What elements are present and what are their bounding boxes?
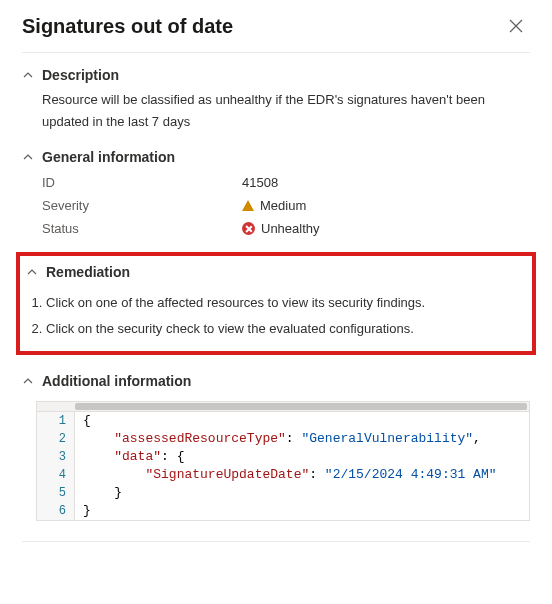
kv-row-id: ID 41508 (42, 171, 530, 194)
kv-row-status: Status Unhealthy (42, 217, 530, 240)
chevron-up-icon (22, 151, 34, 163)
line-number: 3 (37, 448, 75, 466)
line-number: 2 (37, 430, 75, 448)
section-label-general: General information (42, 149, 175, 165)
error-icon (242, 222, 255, 235)
section-toggle-remediation[interactable]: Remediation (26, 260, 526, 286)
close-button[interactable] (502, 12, 530, 40)
kv-key: Severity (42, 198, 242, 213)
kv-value: Unhealthy (261, 221, 320, 236)
warning-icon (242, 200, 254, 211)
remediation-step: Click on one of the affected resources t… (46, 290, 526, 316)
code-text: "assessedResourceType": "GeneralVulnerab… (75, 430, 489, 448)
kv-key: Status (42, 221, 242, 236)
code-text: { (75, 412, 99, 430)
close-icon (509, 19, 523, 33)
line-number: 6 (37, 502, 75, 520)
json-code-block[interactable]: 1 { 2 "assessedResourceType": "GeneralVu… (36, 401, 530, 521)
code-text: "SignatureUpdateDate": "2/15/2024 4:49:3… (75, 466, 505, 484)
kv-value: Medium (260, 198, 306, 213)
chevron-up-icon (22, 375, 34, 387)
code-text: "data": { (75, 448, 192, 466)
section-toggle-description[interactable]: Description (22, 63, 530, 89)
remediation-step: Click on the security check to view the … (46, 316, 526, 342)
section-toggle-additional[interactable]: Additional information (22, 369, 530, 395)
kv-value: 41508 (242, 175, 278, 190)
description-text: Resource will be classified as unhealthy… (22, 89, 530, 145)
remediation-highlight: Remediation Click on one of the affected… (16, 252, 536, 355)
chevron-up-icon (22, 69, 34, 81)
chevron-up-icon (26, 266, 38, 278)
line-number: 5 (37, 484, 75, 502)
line-number: 4 (37, 466, 75, 484)
kv-key: ID (42, 175, 242, 190)
code-text: } (75, 484, 130, 502)
bottom-divider (22, 541, 530, 542)
section-label-remediation: Remediation (46, 264, 130, 280)
line-number: 1 (37, 412, 75, 430)
kv-row-severity: Severity Medium (42, 194, 530, 217)
section-toggle-general[interactable]: General information (22, 145, 530, 171)
horizontal-scrollbar[interactable] (37, 402, 529, 412)
panel-title: Signatures out of date (22, 15, 502, 38)
section-label-description: Description (42, 67, 119, 83)
code-text: } (75, 502, 99, 520)
section-label-additional: Additional information (42, 373, 191, 389)
